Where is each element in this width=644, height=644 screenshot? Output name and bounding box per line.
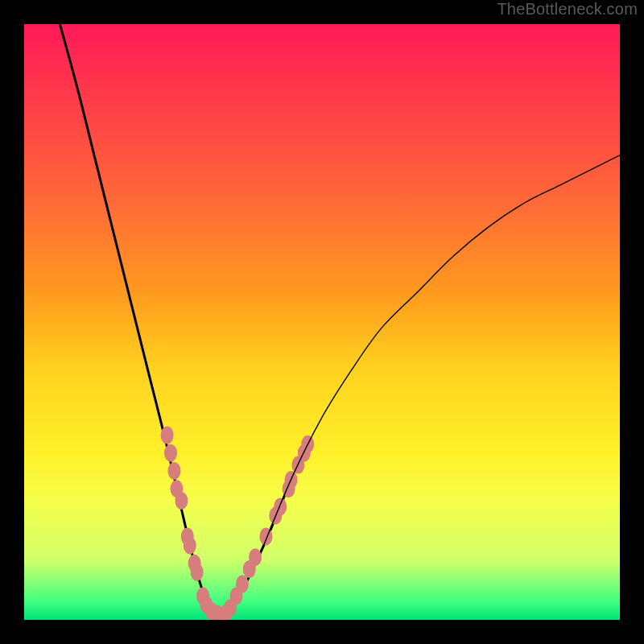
curve-marker [249,548,262,566]
watermark-text: TheBottleneck.com [497,0,638,19]
curve-marker [191,564,204,581]
curve-marker [164,444,177,462]
curve-marker [161,427,174,444]
curve-marker [259,527,272,545]
bottleneck-curve-thin-right [262,155,620,548]
curve-marker [274,497,287,515]
curve-marker [167,462,180,480]
curve-marker [184,537,196,555]
curve-marker [175,492,188,510]
bottleneck-curve-path [60,24,292,620]
curve-marker [236,576,249,593]
chart-plot-area [24,24,620,620]
chart-svg-layer [24,24,620,620]
